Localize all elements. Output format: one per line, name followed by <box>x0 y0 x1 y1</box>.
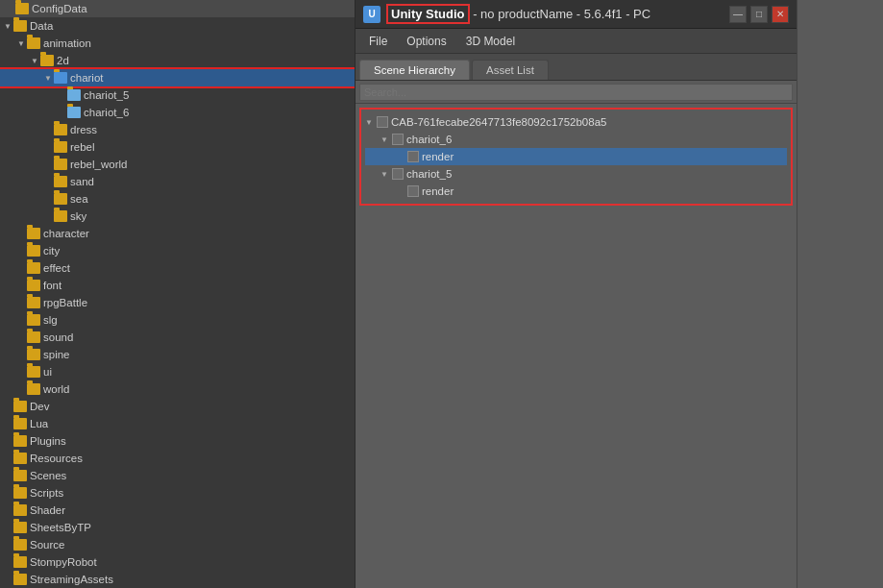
tree-item-plugins[interactable]: ▶ Plugins <box>0 432 355 450</box>
tree-item-configdata[interactable]: ConfigData <box>0 0 355 17</box>
tree-item-2d[interactable]: ▼ 2d <box>0 52 355 69</box>
tab-scene-hierarchy[interactable]: Scene Hierarchy <box>359 60 470 80</box>
tree-item-scripts[interactable]: ▶ Scripts <box>0 484 355 502</box>
maximize-button[interactable]: □ <box>750 6 768 23</box>
app-name: Unity Studio <box>386 4 470 24</box>
tree-item-effect[interactable]: ▶ effect <box>0 259 355 277</box>
tree-item-slg[interactable]: ▶ slg <box>0 311 355 329</box>
tree-item-sand[interactable]: ▶ sand <box>0 173 355 190</box>
menu-options[interactable]: Options <box>397 32 455 51</box>
tree-item-rebel-world[interactable]: ▶ rebel_world <box>0 156 355 173</box>
expand-icon-animation: ▼ <box>17 39 27 48</box>
tree-label-stompyrobot: StompyRobot <box>30 556 97 568</box>
tree-item-lua[interactable]: ▶ Lua <box>0 415 355 432</box>
render2-label: render <box>422 185 454 197</box>
tree-label-data: Data <box>30 20 53 32</box>
tree-item-chariot6[interactable]: ▶ chariot_6 <box>0 104 355 121</box>
tree-item-stompyrobot[interactable]: ▶ StompyRobot <box>0 553 355 571</box>
tree-label-dev: Dev <box>30 401 49 412</box>
tree-item-sky[interactable]: ▶ sky <box>0 208 355 225</box>
tree-item-chariot5[interactable]: ▶ chariot_5 <box>0 86 355 104</box>
tree-item-chariot[interactable]: ▼ chariot <box>0 69 355 86</box>
tree-item-font[interactable]: ▶ font <box>0 277 355 294</box>
render1-checkbox[interactable] <box>407 151 419 162</box>
tree-item-scenes[interactable]: ▶ Scenes <box>0 467 355 484</box>
scene-chariot5-item[interactable]: ▼ chariot_5 <box>365 165 787 183</box>
tree-label-lua: Lua <box>30 418 48 429</box>
tree-item-rpgbattle[interactable]: ▶ rpgBattle <box>0 294 355 311</box>
tree-label-spine: spine <box>43 349 70 360</box>
minimize-button[interactable]: — <box>729 6 747 23</box>
rightmost-panel <box>797 0 883 588</box>
tree-item-character[interactable]: ▶ character <box>0 225 355 242</box>
tree-label-rebel: rebel <box>70 141 95 153</box>
tree-item-dev[interactable]: ▶ Dev <box>0 398 355 415</box>
tree-label-dress: dress <box>70 124 97 135</box>
tree-label-2d: 2d <box>57 55 69 66</box>
tree-label-chariot6: chariot_6 <box>84 107 129 118</box>
tree-item-ui[interactable]: ▶ ui <box>0 363 355 380</box>
tree-label-rpgbattle: rpgBattle <box>43 297 87 308</box>
root-expand-icon: ▼ <box>365 118 377 127</box>
tab-asset-list[interactable]: Asset List <box>472 60 549 80</box>
tree-label-streamingassets: StreamingAssets <box>30 574 113 585</box>
tree-label-animation: animation <box>43 37 91 49</box>
tree-label-chariot: chariot <box>70 72 104 84</box>
menu-file[interactable]: File <box>359 32 397 51</box>
tree-item-streamingassets[interactable]: ▶ StreamingAssets <box>0 571 355 588</box>
tree-item-sound[interactable]: ▶ sound <box>0 329 355 346</box>
unity-studio-panel: U Unity Studio - no productName - 5.6.4f… <box>356 0 797 588</box>
scene-render2-item[interactable]: ▶ render <box>365 183 787 200</box>
chariot6-expand-icon: ▼ <box>380 135 392 144</box>
app-icon: U <box>363 6 380 23</box>
tree-item-data[interactable]: ▼ Data <box>0 17 355 35</box>
tree-label-sand: sand <box>70 176 94 187</box>
tree-label-rebel-world: rebel_world <box>70 159 127 170</box>
chariot6-checkbox[interactable] <box>392 134 404 145</box>
tree-label-ui: ui <box>43 366 52 378</box>
tree-label-shader: Shader <box>30 504 65 516</box>
tree-item-shader[interactable]: ▶ Shader <box>0 502 355 519</box>
menu-3dmodel[interactable]: 3D Model <box>456 32 525 51</box>
tree-item-source[interactable]: ▶ Source <box>0 536 355 553</box>
tree-item-world[interactable]: ▶ world <box>0 380 355 398</box>
scene-root-item[interactable]: ▼ CAB-761fecabe2647713fe8092c1752b08a5 <box>365 113 787 131</box>
tree-item-sea[interactable]: ▶ sea <box>0 190 355 208</box>
tree-item-spine[interactable]: ▶ spine <box>0 346 355 363</box>
tree-item-resources[interactable]: ▶ Resources <box>0 450 355 467</box>
render1-label: render <box>422 151 454 162</box>
scene-render1-item[interactable]: ▶ render <box>365 148 787 165</box>
tree-item-rebel[interactable]: ▶ rebel <box>0 138 355 156</box>
title-bar: U Unity Studio - no productName - 5.6.4f… <box>356 0 797 29</box>
scene-area[interactable]: ▼ CAB-761fecabe2647713fe8092c1752b08a5 ▼… <box>356 104 797 588</box>
app-subtitle: - no productName - 5.6.4f1 - PC <box>473 7 650 21</box>
tree-label-sound: sound <box>43 331 73 343</box>
root-label: CAB-761fecabe2647713fe8092c1752b08a5 <box>391 116 606 128</box>
tree-label-character: character <box>43 228 89 239</box>
tree-item-city[interactable]: ▶ city <box>0 242 355 259</box>
close-button[interactable]: ✕ <box>772 6 789 23</box>
menu-bar: File Options 3D Model <box>356 29 797 54</box>
tree-label-chariot5: chariot_5 <box>84 89 129 101</box>
render2-checkbox[interactable] <box>407 185 419 197</box>
root-checkbox[interactable] <box>377 116 388 128</box>
chariot5-checkbox[interactable] <box>392 168 404 180</box>
scene-tree-container: ▼ CAB-761fecabe2647713fe8092c1752b08a5 ▼… <box>359 108 793 206</box>
tree-label-sheetsbytp: SheetsByTP <box>30 522 91 533</box>
chariot5-label: chariot_5 <box>406 168 452 180</box>
expand-icon-data: ▼ <box>4 22 13 31</box>
expand-icon-2d: ▼ <box>31 57 40 65</box>
tree-item-animation[interactable]: ▼ animation <box>0 35 355 52</box>
chariot6-label: chariot_6 <box>406 134 452 145</box>
render1-expand-icon: ▶ <box>396 153 407 161</box>
scene-chariot6-item[interactable]: ▼ chariot_6 <box>365 131 787 148</box>
tree-label-sea: sea <box>70 193 88 205</box>
tree-label-plugins: Plugins <box>30 435 66 447</box>
tree-item-sheetsByTP[interactable]: ▶ SheetsByTP <box>0 519 355 536</box>
tree-item-dress[interactable]: ▶ dress <box>0 121 355 138</box>
tree-label-sky: sky <box>70 210 86 222</box>
file-tree-panel[interactable]: ConfigData ▼ Data ▼ animation ▼ 2d ▼ cha… <box>0 0 356 588</box>
search-input[interactable] <box>359 84 793 101</box>
expand-icon-chariot: ▼ <box>44 74 54 83</box>
render2-expand-icon: ▶ <box>396 187 407 196</box>
